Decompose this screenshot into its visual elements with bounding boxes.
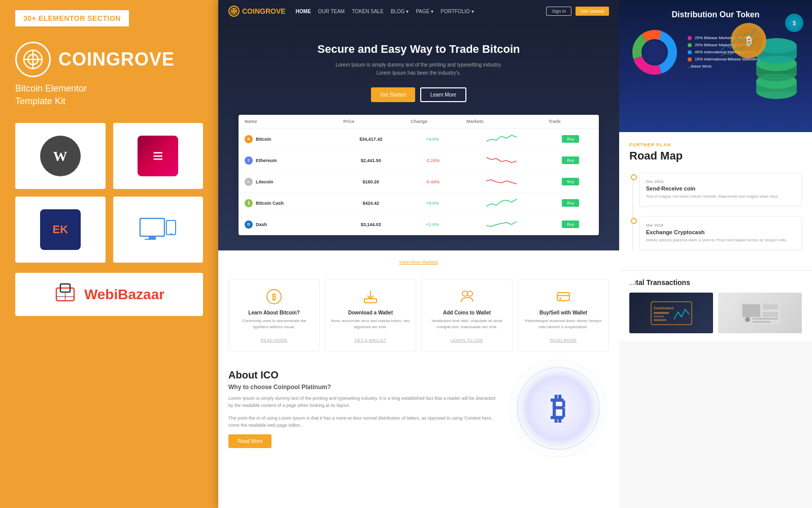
svg-rect-6 [140, 218, 164, 236]
eth-buy[interactable]: Buy [562, 156, 579, 164]
about-subtitle: Why to choose Coinpool Platinum? [228, 384, 497, 391]
col-price: Price [337, 115, 404, 129]
roadmap-section: FURTHER PLAN Road Map Dec 2016 Send·Rece… [619, 132, 812, 271]
plugin-grid: W ≡ EK [15, 123, 203, 263]
nav-buttons: Sign in Get Started [546, 7, 609, 16]
elementor-card: ≡ [113, 123, 204, 189]
features-section: ₿ Learn About Bitcoin? Commonly used to … [218, 272, 619, 359]
hero-section: Secure and Easy Way to Trade Bitcoin Lor… [218, 22, 619, 250]
feature-learn-title: Learn About Bitcoin? [234, 310, 314, 315]
timeline-event-desc-2: Donec ultrices placerat diam a viverra. … [646, 237, 795, 243]
template-subtitle: Bitcoin Elementor Template Kit [15, 82, 203, 108]
nav-page[interactable]: PAGE [416, 9, 433, 14]
feature-download: Download a Wallet Nunc accumsan arcu sed… [325, 279, 416, 352]
btc-buy[interactable]: Buy [562, 135, 579, 143]
signin-button[interactable]: Sign in [546, 7, 571, 16]
svg-rect-25 [557, 293, 569, 301]
feature-buy-link[interactable]: READ MORE [550, 338, 577, 342]
timeline-date-2: Mar 2018 [646, 223, 795, 228]
svg-point-27 [559, 298, 561, 300]
nav-our-team[interactable]: OUR TEAM [318, 9, 345, 14]
table-row: ŁLitecoin $160.20 -0.44% Buy [239, 171, 599, 193]
feature-add-coins: Add Coins to Wallet Vestibulum erat nibh… [421, 279, 513, 352]
feature-download-desc: Nunc accumsan arcu sed massa lorem, nec … [330, 318, 411, 330]
svg-point-23 [462, 291, 467, 296]
btc-price: $34,417.42 [337, 129, 404, 150]
svg-text:₿: ₿ [272, 293, 276, 301]
about-desc-2: The point the m of using Lorem Ipsum is … [228, 415, 497, 429]
feature-buy-sell: Buy/Sell with Wallet Pellentesque euismo… [518, 279, 609, 352]
svg-rect-54 [742, 304, 760, 317]
eth-change: -2.24% [404, 150, 460, 171]
timeline-event-title-2: Exchange Cryptocash [646, 229, 795, 235]
transactions-title: ...ital Transactions [629, 278, 802, 287]
feature-buy-icon [554, 288, 572, 306]
nav-portfolio[interactable]: PORTFOLIO [441, 9, 473, 14]
logo-area: COINGROVE [15, 42, 203, 77]
timeline-dot-2 [631, 218, 637, 224]
legend-dot-orange [688, 57, 692, 61]
col-name: Name [239, 115, 337, 129]
nav-token-sale[interactable]: TOKEN SALE [352, 9, 384, 14]
svg-text:W: W [53, 148, 67, 164]
nav-logo-icon [228, 6, 240, 17]
roadmap-tag: FURTHER PLAN [629, 142, 802, 147]
nav-logo: COINGROVE [228, 6, 286, 17]
donut-chart [629, 27, 680, 80]
feature-download-link[interactable]: GET A WALLET [355, 338, 387, 342]
dash-price: $3,144.02 [337, 214, 404, 235]
elementor-icon: ≡ [138, 136, 178, 176]
legend-dot-green [688, 43, 692, 47]
view-more-link[interactable]: View More Markets [399, 260, 438, 265]
crypto-visual: ₿ $ [721, 10, 807, 112]
feature-learn: ₿ Learn About Bitcoin? Commonly used to … [228, 279, 320, 352]
webibazaar-card: WebiBazaar [15, 273, 203, 316]
about-title: About ICO [228, 369, 497, 381]
center-panel: COINGROVE HOME OUR TEAM TOKEN SALE BLOG … [218, 0, 619, 508]
legend-dot-blue [688, 50, 692, 54]
svg-rect-9 [166, 220, 176, 235]
legend-extra: ...tbase Work [688, 64, 712, 69]
about-desc-1: Lorem Ipsum is simply dummy text of the … [228, 395, 497, 409]
dash-change: +1.6% [404, 214, 460, 235]
about-visual: ₿ [507, 369, 609, 448]
svg-rect-58 [753, 318, 778, 320]
timeline-card-2: Mar 2018 Exchange Cryptocash Donec ultri… [639, 216, 802, 250]
bch-buy[interactable]: Buy [562, 199, 579, 207]
svg-rect-7 [149, 236, 156, 239]
view-more-row: View More Markets [218, 250, 619, 272]
get-started-button[interactable]: Get Started [576, 7, 609, 16]
trans-image-1: Dashboard [629, 293, 713, 333]
svg-point-57 [745, 317, 750, 322]
svg-text:$: $ [793, 20, 796, 27]
table-row: DDash $3,144.02 +1.6% Buy [239, 214, 599, 235]
svg-point-24 [467, 291, 472, 296]
distribution-section: Distribution Our Token 25% Bitbase Marke… [619, 0, 812, 132]
legend-dot-magenta [688, 36, 692, 40]
timeline: Dec 2016 Send·Receive coin Sed et magna … [629, 173, 802, 250]
transactions-section: ...ital Transactions Dashboard [619, 271, 812, 341]
svg-rect-56 [763, 312, 778, 317]
ltc-buy[interactable]: Buy [562, 178, 579, 185]
svg-rect-51 [654, 315, 664, 318]
hero-subtitle: Lorem Ipsum is simply dummy text of the … [228, 61, 609, 77]
feature-add-title: Add Coins to Wallet [427, 310, 507, 315]
col-trade: Trade [543, 115, 599, 129]
timeline-card-1: Dec 2016 Send·Receive coin Sed et magna … [639, 173, 802, 206]
ltc-price: $160.20 [337, 171, 404, 193]
about-read-more[interactable]: Read More [228, 434, 272, 448]
timeline-event-desc-1: Sed et magna non enim rutrum lobortis. M… [646, 194, 795, 200]
bch-change: +6.6% [404, 193, 460, 214]
timeline-date-1: Dec 2016 [646, 179, 795, 184]
devices-card [113, 197, 204, 263]
elementskit-card: EK [15, 197, 106, 263]
dash-buy[interactable]: Buy [562, 220, 579, 228]
elementor-badge: 30+ ELEMENTOR SECTION [15, 10, 129, 26]
feature-add-link[interactable]: LEARN TO USE [451, 338, 483, 342]
hero-get-started[interactable]: Get Started [371, 87, 415, 102]
nav-blog[interactable]: BLOG [391, 9, 409, 14]
nav-home[interactable]: HOME [296, 9, 311, 14]
feature-learn-link[interactable]: READ MORE [261, 338, 288, 342]
table-row: ₿Bitcoin Cash $424.42 +6.6% Buy [239, 193, 599, 214]
hero-learn-more[interactable]: Learn More [420, 87, 466, 102]
